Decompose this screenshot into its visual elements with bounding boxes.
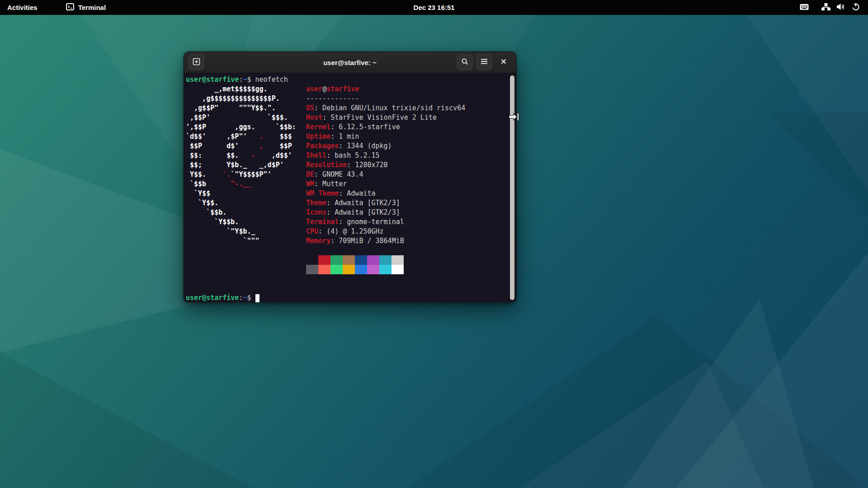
art-line: $$: $$. - ,d$$': [186, 151, 296, 160]
neofetch-info: user@starfive-------------OS: Debian GNU…: [306, 84, 465, 246]
info-field: OS: Debian GNU/Linux trixie/sid riscv64: [306, 103, 465, 113]
keyboard-icon: [800, 4, 809, 12]
palette-swatch: [392, 265, 404, 274]
art-line: $$P d$' , $$P: [186, 141, 296, 151]
focused-app-menu[interactable]: Terminal: [61, 0, 110, 15]
terminal-headerbar[interactable]: user@starfive: ~: [184, 52, 516, 73]
art-line: `"Y$b._: [186, 227, 296, 236]
palette-swatch: [318, 265, 330, 274]
menu-button[interactable]: [476, 55, 492, 70]
info-field: Uptime: 1 min: [306, 132, 465, 141]
info-field: DE: GNOME 43.4: [306, 170, 465, 179]
prompt-line-current: user@starfive:~$: [186, 293, 259, 302]
activities-button[interactable]: Activities: [0, 0, 45, 15]
palette-swatch: [379, 265, 392, 274]
palette-swatch: [318, 255, 330, 265]
info-field: WM: Mutter: [306, 179, 465, 189]
new-tab-button[interactable]: [189, 55, 204, 70]
info-field: Shell: bash 5.2.15: [306, 151, 465, 160]
prompt-user-host: user@starfive: [186, 75, 239, 84]
art-line: ,$$P' `$$$.: [186, 113, 296, 122]
prompt-line-command: user@starfive:~$ neofetch: [186, 75, 288, 84]
terminal-window: user@starfive: ~: [184, 52, 516, 302]
art-line: Y$$. `.`"Y$$$$P"': [186, 170, 296, 179]
info-field: Packages: 1344 (dpkg): [306, 141, 465, 151]
palette-swatch: [330, 255, 343, 265]
palette-swatch: [392, 255, 404, 265]
info-field: Icons: Adwaita [GTK2/3]: [306, 208, 465, 217]
power-icon: [852, 3, 860, 12]
art-line: $$; Y$b._ _,d$P': [186, 160, 296, 170]
prompt-user-host: user@starfive: [186, 294, 239, 302]
search-button[interactable]: [457, 55, 472, 70]
command-text: neofetch: [255, 75, 288, 84]
art-line: `Y$$: [186, 189, 296, 198]
info-field: Resolution: 1280x720: [306, 160, 465, 170]
focused-app-name: Terminal: [78, 4, 106, 11]
palette-swatch: [306, 265, 318, 274]
art-line: `$$b.: [186, 208, 296, 217]
palette-swatch: [367, 265, 379, 274]
terminal-cursor: [255, 294, 259, 302]
palette-swatch: [355, 255, 367, 265]
art-line: _,met$$$$$gg.: [186, 84, 296, 94]
neofetch-color-palette: [306, 255, 404, 274]
palette-swatch: [343, 265, 355, 274]
info-underline: -------------: [306, 94, 465, 103]
close-button[interactable]: [496, 55, 511, 70]
close-icon: [500, 58, 507, 66]
info-field: Terminal: gnome-terminal: [306, 217, 465, 227]
terminal-screen[interactable]: user@starfive:~$ neofetch _,met$$$$$gg. …: [184, 73, 516, 302]
palette-swatch: [379, 255, 392, 265]
search-icon: [461, 58, 469, 67]
info-field: Memory: 709MiB / 3864MiB: [306, 236, 465, 246]
palette-swatch: [330, 265, 343, 274]
info-field: WM Theme: Adwaita: [306, 189, 465, 198]
art-line: `Y$$.: [186, 198, 296, 208]
neofetch-art: _,met$$$$$gg. ,g$$$$$$$$$$$$$$$P. ,g$$P"…: [186, 84, 296, 246]
menu-icon: [481, 58, 488, 66]
new-tab-icon: [193, 58, 200, 67]
palette-swatch: [355, 265, 367, 274]
palette-row: [306, 255, 404, 265]
terminal-app-icon: [66, 2, 75, 13]
art-line: ,g$$$$$$$$$$$$$$$P.: [186, 94, 296, 103]
terminal-scrollbar[interactable]: [510, 75, 514, 300]
art-line: `$$b "-.__: [186, 179, 296, 189]
palette-row: [306, 265, 404, 274]
network-icon: [821, 3, 830, 12]
volume-icon: [837, 3, 845, 12]
palette-swatch: [306, 255, 318, 265]
palette-swatch: [343, 255, 355, 265]
system-status-area[interactable]: [800, 0, 868, 15]
info-field: Kernel: 6.12.5-starfive: [306, 122, 465, 132]
info-field: CPU: (4) @ 1.250GHz: [306, 227, 465, 236]
art-line: `d$$' ,$P"' . $$$: [186, 132, 296, 141]
info-title: user@starfive: [306, 84, 465, 94]
clock[interactable]: Dec 23 16:51: [0, 4, 868, 11]
info-field: Host: StarFive VisionFive 2 Lite: [306, 113, 465, 122]
art-line: `Y$$b.: [186, 217, 296, 227]
art-line: ,g$$P" """Y$$.".: [186, 103, 296, 113]
info-field: Theme: Adwaita [GTK2/3]: [306, 198, 465, 208]
palette-swatch: [367, 255, 379, 265]
gnome-top-bar: Activities Terminal Dec 23 16:51: [0, 0, 868, 15]
art-line: `""": [186, 236, 296, 246]
art-line: ',$$P ,ggs. `$$b:: [186, 122, 296, 132]
